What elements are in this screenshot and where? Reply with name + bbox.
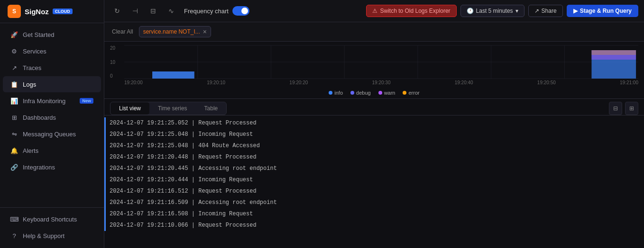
y-label-20: 20: [110, 45, 115, 51]
tab-time-series[interactable]: Time series: [149, 102, 196, 115]
sidebar-label-help-support: Help & Support: [23, 232, 64, 239]
clear-all-button[interactable]: Clear All: [110, 27, 135, 36]
sidebar-item-get-started[interactable]: 🚀 Get Started: [3, 27, 101, 43]
services-icon: ⚙: [10, 47, 18, 55]
x-label-3: 19:20:30: [372, 80, 391, 85]
infra-monitoring-icon: 📊: [10, 97, 18, 105]
log-text: 2024-12-07 19:21:16.512 | Request Proces…: [106, 187, 257, 195]
logo-letter: S: [12, 8, 16, 15]
sidebar-label-infra-monitoring: Infra Monitoring: [23, 97, 65, 105]
logo-name: SigNoz: [25, 8, 49, 16]
log-entry[interactable]: 2024-12-07 19:21:16.508 | Incoming Reque…: [104, 208, 644, 220]
log-entry[interactable]: 2024-12-07 19:21:20.444 | Incoming Reque…: [104, 174, 644, 186]
sidebar-item-integrations[interactable]: 🔗 Integrations: [3, 159, 101, 175]
x-label-4: 19:20:40: [455, 80, 473, 85]
query-icon-button[interactable]: ⊟: [146, 4, 160, 18]
chart-area: 20 10 0: [104, 42, 644, 99]
run-label: Stage & Run Query: [580, 8, 632, 14]
x-label-2: 19:20:20: [289, 80, 308, 85]
switch-old-label: Switch to Old Logs Explorer: [380, 8, 450, 14]
frequency-chart-label: Frequency chart: [184, 8, 229, 15]
sidebar-item-messaging-queues[interactable]: ⇋ Messaging Queues: [3, 126, 101, 142]
sidebar-item-alerts[interactable]: 🔔 Alerts: [3, 142, 101, 159]
sidebar-nav: 🚀 Get Started⚙ Services↗ Traces📋 Logs📊 I…: [0, 23, 104, 207]
sidebar-label-alerts: Alerts: [23, 147, 38, 154]
log-entry[interactable]: 2024-12-07 19:21:20.448 | Request Proces…: [104, 151, 644, 163]
chart-x-labels: 19:20:00 19:20:10 19:20:20 19:20:30 19:2…: [110, 80, 638, 85]
log-entry[interactable]: 2024-12-07 19:21:25.048 | Incoming Reque…: [104, 129, 644, 140]
legend-debug: debug: [350, 90, 371, 96]
sidebar-item-logs[interactable]: 📋 Logs: [3, 76, 101, 92]
y-label-10: 10: [110, 60, 115, 65]
time-range-button[interactable]: 🕐 Last 5 minutes ▾: [460, 5, 524, 17]
log-entry[interactable]: 2024-12-07 19:21:20.445 | Accessing root…: [104, 163, 644, 174]
share-label: Share: [542, 8, 557, 14]
chart-y-labels: 20 10 0: [110, 45, 115, 79]
sidebar-item-traces[interactable]: ↗ Traces: [3, 60, 101, 76]
columns-button[interactable]: ⊞: [625, 102, 638, 115]
logo-badge: CLOUD: [53, 9, 73, 14]
legend-error: error: [403, 90, 419, 96]
log-entry[interactable]: 2024-12-07 19:21:25.052 | Request Proces…: [104, 117, 644, 129]
x-label-5: 19:20:50: [537, 80, 556, 85]
sidebar-label-dashboards: Dashboards: [23, 114, 56, 121]
share-button[interactable]: ↗ Share: [528, 5, 563, 17]
sidebar-item-dashboards[interactable]: ⊞ Dashboards: [3, 109, 101, 125]
log-entry[interactable]: 2024-12-07 19:21:10.066 | Request Proces…: [104, 220, 644, 231]
sidebar-label-keyboard-shortcuts: Keyboard Shortcuts: [23, 216, 77, 223]
tab-list-view[interactable]: List view: [110, 102, 149, 115]
messaging-queues-icon: ⇋: [10, 130, 18, 138]
log-text: 2024-12-07 19:21:20.444 | Incoming Reque…: [106, 176, 253, 184]
log-entry[interactable]: 2024-12-07 19:21:25.048 | 404 Route Acce…: [104, 140, 644, 151]
sidebar-item-keyboard-shortcuts[interactable]: ⌨ Keyboard Shortcuts: [3, 211, 101, 227]
log-text: 2024-12-07 19:21:25.048 | 404 Route Acce…: [106, 142, 260, 150]
clock-icon: 🕐: [467, 8, 474, 14]
legend-warn: warn: [378, 90, 396, 96]
chart-container: 20 10 0: [110, 45, 638, 88]
sidebar-item-infra-monitoring[interactable]: 📊 Infra MonitoringNew: [3, 93, 101, 109]
log-text: 2024-12-07 19:21:16.508 | Incoming Reque…: [106, 210, 253, 218]
stage-run-query-button[interactable]: ▶ Stage & Run Query: [567, 5, 638, 17]
x-label-1: 19:20:10: [207, 80, 225, 85]
sidebar-item-help-support[interactable]: ? Help & Support: [3, 228, 101, 244]
sidebar-bottom: ⌨ Keyboard Shortcuts? Help & Support: [0, 207, 104, 248]
sidebar-item-services[interactable]: ⚙ Services: [3, 43, 101, 59]
chevron-down-icon: ▾: [515, 8, 518, 14]
sidebar-label-services: Services: [23, 48, 46, 55]
sidebar: S SigNoz CLOUD 🚀 Get Started⚙ Services↗ …: [0, 0, 104, 248]
refresh-button[interactable]: ↻: [110, 4, 124, 18]
keyboard-shortcuts-icon: ⌨: [10, 215, 18, 223]
export-button[interactable]: ⊟: [609, 102, 622, 115]
chart-legend: info debug warn error: [110, 88, 638, 97]
split-button[interactable]: ⊣: [128, 4, 142, 18]
filter-tag: service.name NOT_I... ×: [139, 26, 211, 37]
log-entry[interactable]: 2024-12-07 19:21:16.509 | Accessing root…: [104, 197, 644, 208]
filter-tag-text: service.name NOT_I...: [143, 28, 200, 35]
legend-info: info: [329, 90, 343, 96]
log-text: 2024-12-07 19:21:25.052 | Request Proces…: [106, 119, 257, 127]
chart-icon-button[interactable]: ∿: [164, 4, 178, 18]
chart-svg: [110, 45, 638, 79]
log-entry[interactable]: 2024-12-07 19:21:16.512 | Request Proces…: [104, 186, 644, 197]
share-icon: ↗: [534, 8, 539, 14]
x-label-6: 19:21:00: [620, 80, 638, 85]
log-text: 2024-12-07 19:21:16.509 | Accessing root…: [106, 198, 277, 207]
x-label-0: 19:20:00: [124, 80, 143, 85]
y-label-0: 0: [110, 73, 115, 79]
main-content: ↻ ⊣ ⊟ ∿ Frequency chart ⚠ Switch to Old …: [104, 0, 644, 248]
svg-rect-9: [152, 71, 194, 79]
frequency-chart-toggle[interactable]: [232, 6, 249, 16]
help-support-icon: ?: [10, 232, 18, 239]
sidebar-label-traces: Traces: [23, 64, 41, 71]
log-tabs-bar: List view Time series Table ⊟ ⊞: [104, 99, 644, 115]
switch-old-logs-button[interactable]: ⚠ Switch to Old Logs Explorer: [366, 5, 456, 17]
tab-table[interactable]: Table: [196, 102, 227, 115]
logs-icon: 📋: [10, 80, 18, 88]
sidebar-badge-infra-monitoring: New: [80, 98, 93, 104]
filter-remove-button[interactable]: ×: [203, 28, 207, 35]
sidebar-label-messaging-queues: Messaging Queues: [23, 131, 76, 138]
traces-icon: ↗: [10, 64, 18, 71]
sidebar-label-get-started: Get Started: [23, 31, 54, 38]
log-list: 2024-12-07 19:21:25.052 | Request Proces…: [104, 115, 644, 248]
sidebar-logo: S SigNoz CLOUD: [0, 0, 104, 23]
